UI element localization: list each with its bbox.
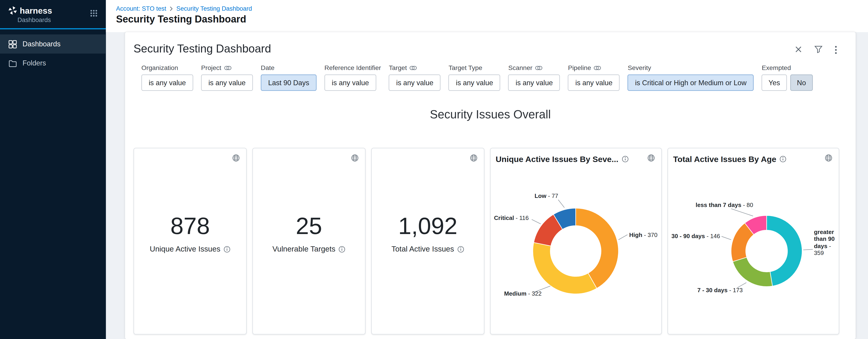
label-leader-line xyxy=(803,249,813,250)
filter-project: Projectis any value xyxy=(201,64,253,91)
info-icon[interactable] xyxy=(622,156,629,163)
slice-name: 7 - 30 days xyxy=(698,286,727,293)
filter-label: Target xyxy=(389,64,441,71)
harness-logo-icon xyxy=(8,6,18,15)
link-icon xyxy=(535,65,542,70)
globe-icon[interactable] xyxy=(351,154,359,162)
filter-label-text: Organization xyxy=(141,64,178,71)
donut-slice-7-30-days[interactable] xyxy=(733,257,773,286)
globe-icon[interactable] xyxy=(825,154,833,162)
filter-target: Targetis any value xyxy=(389,64,441,91)
donut-chart: High - 370Medium - 322Critical - 116Low … xyxy=(491,148,661,334)
label-leader-line xyxy=(558,200,564,208)
tiles-row: 878Unique Active Issues25Vulnerable Targ… xyxy=(133,148,847,335)
filter-value-target-type[interactable]: is any value xyxy=(448,75,500,91)
filter-value-severity[interactable]: is Critical or High or Medium or Low xyxy=(628,75,754,91)
brand-name: harness xyxy=(20,6,52,15)
label-leader-line xyxy=(618,235,627,240)
kebab-menu-icon[interactable] xyxy=(835,46,837,54)
donut-label-high: High - 370 xyxy=(629,231,657,238)
filter-exempted: ExemptedYesNo xyxy=(762,64,813,91)
slice-name: High xyxy=(629,231,642,238)
slice-name: Critical xyxy=(494,214,514,221)
sidebar-header: harness Dashboards xyxy=(0,0,106,29)
chart-title: Total Active Issues By Age xyxy=(673,154,776,164)
donut-slice-medium[interactable] xyxy=(533,243,597,294)
label-leader-line xyxy=(721,236,731,240)
filter-reference-identifier: Reference Identifieris any value xyxy=(324,64,381,91)
dashboards-icon xyxy=(8,40,17,48)
stat-label: Unique Active Issues xyxy=(150,245,220,253)
filter-label-text: Date xyxy=(261,64,275,71)
chart-title-row: Total Active Issues By Age xyxy=(668,148,823,164)
filter-value-project[interactable]: is any value xyxy=(201,75,253,91)
filter-pipeline: Pipelineis any value xyxy=(568,64,620,91)
filter-label-text: Target xyxy=(389,64,407,71)
filter-label: Reference Identifier xyxy=(324,64,381,71)
info-icon[interactable] xyxy=(457,246,464,252)
top-header: Account: STO test Security Testing Dashb… xyxy=(106,0,868,32)
slice-name: Low xyxy=(534,193,546,199)
stat-label: Total Active Issues xyxy=(391,245,454,253)
filter-icon[interactable] xyxy=(814,46,823,54)
info-icon[interactable] xyxy=(780,156,786,163)
globe-icon[interactable] xyxy=(470,154,478,162)
filter-label: Pipeline xyxy=(568,64,620,71)
stat-label-row: Unique Active Issues xyxy=(134,245,246,253)
filter-value-date[interactable]: Last 90 Days xyxy=(261,75,317,91)
module-grid-icon[interactable] xyxy=(90,9,97,17)
stat-value: 878 xyxy=(134,213,246,240)
close-icon[interactable] xyxy=(795,46,802,54)
chart-title: Unique Active Issues By Seve... xyxy=(496,154,618,164)
breadcrumb: Account: STO test Security Testing Dashb… xyxy=(116,5,868,12)
chart-tile-unique-active-issues-by-seve: High - 370Medium - 322Critical - 116Low … xyxy=(490,148,662,335)
filter-value-target[interactable]: is any value xyxy=(389,75,441,91)
slice-name: less than 7 days xyxy=(695,201,741,208)
panel-actions xyxy=(795,46,837,54)
filter-value-pipeline[interactable]: is any value xyxy=(568,75,620,91)
sidebar-item-folders[interactable]: Folders xyxy=(0,54,106,73)
breadcrumb-dashboard-link[interactable]: Security Testing Dashboard xyxy=(176,5,252,12)
breadcrumb-account-link[interactable]: Account: STO test xyxy=(116,5,166,12)
donut-label-less-than-7-days: less than 7 days - 80 xyxy=(695,201,753,208)
info-icon[interactable] xyxy=(339,246,345,252)
filter-value-organization[interactable]: is any value xyxy=(141,75,193,91)
filter-label-text: Pipeline xyxy=(568,64,591,71)
globe-icon[interactable] xyxy=(232,154,240,162)
filter-option-no[interactable]: No xyxy=(790,75,813,91)
donut-label-30-90-days: 30 - 90 days - 146 xyxy=(671,232,720,239)
filter-label: Organization xyxy=(141,64,193,71)
filter-value-scanner[interactable]: is any value xyxy=(508,75,560,91)
donut-label-medium: Medium - 322 xyxy=(504,290,541,297)
info-icon[interactable] xyxy=(224,246,230,252)
filter-label: Target Type xyxy=(448,64,500,71)
donut-label-critical: Critical - 116 xyxy=(494,214,529,221)
link-icon xyxy=(224,65,231,70)
filter-value-reference-identifier[interactable]: is any value xyxy=(324,75,376,91)
filter-label: Scanner xyxy=(508,64,560,71)
slice-value: 173 xyxy=(733,286,743,293)
slice-value: 80 xyxy=(747,201,753,208)
slice-value: 370 xyxy=(648,231,657,238)
chevron-right-icon xyxy=(169,6,173,11)
donut-slice-greater-than-90-days[interactable] xyxy=(767,216,802,286)
globe-icon[interactable] xyxy=(647,154,655,162)
filter-label-text: Reference Identifier xyxy=(324,64,381,71)
filter-label-text: Scanner xyxy=(508,64,532,71)
filter-label-text: Exempted xyxy=(762,64,791,71)
stat-label-row: Vulnerable Targets xyxy=(253,245,365,253)
brand[interactable]: harness xyxy=(8,6,99,15)
label-leader-line xyxy=(731,209,753,216)
link-icon xyxy=(410,65,417,70)
slice-value: 77 xyxy=(552,193,558,199)
sidebar-item-dashboards[interactable]: Dashboards xyxy=(0,34,106,53)
filter-option-yes[interactable]: Yes xyxy=(762,75,787,91)
filter-severity: Severityis Critical or High or Medium or… xyxy=(628,64,754,91)
link-icon xyxy=(594,65,601,70)
product-name: Dashboards xyxy=(18,16,99,23)
section-heading: Security Issues Overall xyxy=(133,108,847,121)
donut-label-greater-than-90-days: greater than 90 days - 359 xyxy=(814,229,841,256)
panel-head: Security Testing Dashboard xyxy=(133,42,847,55)
stat-tile-total-active-issues: 1,092Total Active Issues xyxy=(371,148,484,335)
slice-name: Medium xyxy=(504,290,526,297)
